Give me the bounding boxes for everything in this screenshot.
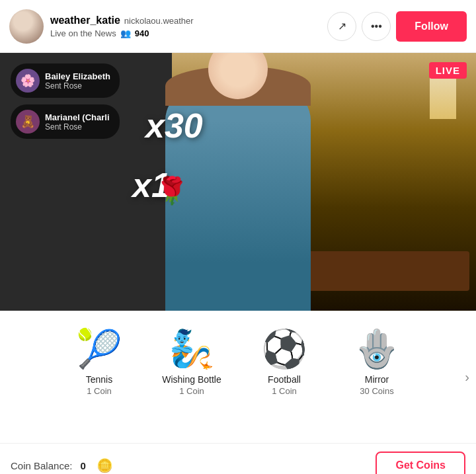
notif-name-1: Bailey Elizabeth — [45, 71, 110, 81]
gift-price-mirror: 30 Coins — [360, 386, 393, 396]
notif-avatar-2: 🧸 — [16, 110, 40, 134]
viewers-count: 940 — [135, 28, 149, 38]
gift-item-football[interactable]: ⚽ Football 1 Coin — [238, 324, 331, 403]
live-badge: LIVE — [429, 62, 467, 79]
more-button[interactable]: ••• — [362, 12, 391, 41]
notif-action-1: Sent Rose — [45, 81, 110, 91]
header: weather_katie nickolaou.weather Live on … — [0, 0, 476, 53]
notification-2: 🧸 Marianel (Charli Sent Rose — [11, 104, 120, 139]
notif-action-2: Sent Rose — [45, 122, 110, 132]
coin-balance-count: 0 — [80, 460, 85, 471]
header-info: weather_katie nickolaou.weather Live on … — [50, 15, 327, 38]
viewers-icon: 👥 — [120, 28, 131, 38]
gift-price-wishing-bottle: 1 Coin — [179, 386, 204, 396]
gifts-row: 🎾 Tennis 1 Coin 🧞 Wishing Bottle 1 Coin … — [7, 324, 469, 403]
avatar — [9, 9, 44, 44]
footer: Coin Balance: 0 🪙 Get Coins — [0, 443, 476, 474]
gift-emoji-mirror: 🪬 — [354, 331, 400, 368]
gift-emoji-football: ⚽ — [261, 331, 307, 368]
gift-price-football: 1 Coin — [272, 386, 297, 396]
coin-balance-label: Coin Balance: — [11, 460, 72, 471]
multiplier-30: x30 — [145, 106, 203, 145]
gift-name-mirror: Mirror — [365, 374, 389, 385]
gifts-panel: 🎾 Tennis 1 Coin 🧞 Wishing Bottle 1 Coin … — [0, 311, 476, 443]
gift-item-mirror[interactable]: 🪬 Mirror 30 Coins — [331, 324, 423, 403]
notif-avatar-1: 🌸 — [16, 69, 40, 93]
gift-emoji-tennis: 🎾 — [76, 331, 122, 368]
notification-container: 🌸 Bailey Elizabeth Sent Rose 🧸 Marianel … — [11, 63, 120, 139]
live-on-news-label: Live on the News — [50, 28, 116, 38]
gift-emoji-wishing-bottle: 🧞 — [169, 331, 215, 368]
username: weather_katie — [50, 15, 120, 26]
gift-name-tennis: Tennis — [86, 374, 112, 385]
notif-text-2: Marianel (Charli Sent Rose — [45, 112, 110, 132]
video-container: 🌸 Bailey Elizabeth Sent Rose 🧸 Marianel … — [0, 53, 476, 311]
notif-name-2: Marianel (Charli — [45, 112, 110, 122]
coin-icon: 🪙 — [97, 457, 113, 473]
gift-item-tennis[interactable]: 🎾 Tennis 1 Coin — [53, 324, 145, 403]
gift-item-wishing-bottle[interactable]: 🧞 Wishing Bottle 1 Coin — [145, 324, 238, 403]
notification-1: 🌸 Bailey Elizabeth Sent Rose — [11, 63, 120, 98]
gifts-next-arrow[interactable]: › — [465, 370, 469, 385]
share-button[interactable]: ↗ — [327, 12, 356, 41]
gift-name-football: Football — [268, 374, 301, 385]
follow-button[interactable]: Follow — [396, 11, 467, 42]
get-coins-button[interactable]: Get Coins — [376, 452, 465, 474]
header-actions: ↗ ••• Follow — [327, 11, 467, 42]
rose-emoji: 🌹 — [155, 175, 188, 206]
gift-price-tennis: 1 Coin — [87, 386, 112, 396]
gift-name-wishing-bottle: Wishing Bottle — [162, 374, 221, 385]
handle: nickolaou.weather — [124, 16, 194, 26]
notif-text-1: Bailey Elizabeth Sent Rose — [45, 71, 110, 91]
